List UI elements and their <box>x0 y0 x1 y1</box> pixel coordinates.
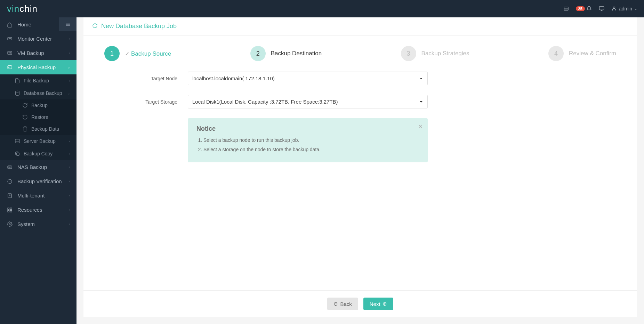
file-icon <box>15 78 20 83</box>
target-storage-label: Target Storage <box>104 99 188 105</box>
chevron-icon: ‹ <box>69 179 70 183</box>
nav-monitor-center[interactable]: Monitor Center ‹ <box>0 32 77 46</box>
svg-point-14 <box>8 67 9 68</box>
step-backup-destination[interactable]: 2 Backup Destination <box>250 46 322 61</box>
physical-backup-submenu: File Backup ‹ Database Backup ⌄ Backup R… <box>0 74 77 160</box>
page-header: New Database Backup Job <box>83 17 637 35</box>
nav-file-backup[interactable]: File Backup ‹ <box>0 74 77 87</box>
notice-title: Notice <box>196 125 419 132</box>
monitor-icon[interactable] <box>599 6 604 11</box>
notice-panel: × Notice Select a backup node to run thi… <box>188 118 428 162</box>
restore-icon <box>22 114 28 120</box>
refresh-icon[interactable] <box>92 23 98 30</box>
app-logo: vinchin <box>7 3 38 14</box>
list-icon[interactable] <box>563 6 569 11</box>
target-storage-row: Target Storage Local Disk1(Local Disk, C… <box>104 95 616 108</box>
nav-vm-backup[interactable]: VM VM Backup ‹ <box>0 46 77 60</box>
svg-rect-18 <box>15 141 19 143</box>
user-menu[interactable]: admin ⌄ <box>611 6 637 11</box>
wizard-steps: 1 ✓Backup Source 2 Backup Destination 3 … <box>83 35 637 72</box>
notice-item: Select a backup node to run this backup … <box>203 137 419 144</box>
nav-multi-tenant[interactable]: Multi-tenant ‹ <box>0 188 77 203</box>
chevron-icon: ‹ <box>69 79 70 83</box>
svg-text:VM: VM <box>9 52 11 54</box>
gear-icon <box>6 221 13 227</box>
notification-icon[interactable]: 25 <box>576 6 592 11</box>
nas-icon: NAS <box>6 164 13 170</box>
svg-rect-17 <box>15 139 19 141</box>
chevron-down-icon: ⌄ <box>67 91 70 95</box>
chevron-icon: ‹ <box>69 37 70 41</box>
home-icon <box>6 22 13 27</box>
nav-system[interactable]: System ‹ <box>0 217 77 231</box>
refresh-icon <box>22 103 28 108</box>
notice-item: Select a storage on the node to store th… <box>203 146 419 153</box>
svg-point-22 <box>8 179 12 184</box>
nav-home[interactable]: Home <box>0 17 77 32</box>
data-icon <box>22 126 28 132</box>
physical-backup-icon <box>6 65 13 70</box>
target-storage-select[interactable]: Local Disk1(Local Disk, Capacity :3.72TB… <box>188 95 428 108</box>
resources-icon <box>6 207 13 213</box>
form-area: Target Node localhost.localdomain( 172.1… <box>83 72 637 290</box>
target-node-select[interactable]: localhost.localdomain( 172.18.1.10) <box>188 72 428 85</box>
svg-rect-3 <box>599 7 604 10</box>
chevron-down-icon: ⌄ <box>67 65 70 69</box>
step-backup-strategies[interactable]: 3 Backup Strategies <box>401 46 469 61</box>
svg-rect-19 <box>16 153 19 155</box>
svg-point-30 <box>9 224 10 225</box>
chevron-icon: ‹ <box>69 152 70 156</box>
svg-rect-29 <box>10 210 12 212</box>
nav-physical-backup[interactable]: Physical Backup ⌄ <box>0 60 77 74</box>
username-label: admin <box>619 6 632 11</box>
svg-text:NAS: NAS <box>8 166 11 168</box>
arrow-right-icon: ⊕ <box>383 301 387 307</box>
step-backup-source[interactable]: 1 ✓Backup Source <box>104 46 171 61</box>
back-button[interactable]: ⊖ Back <box>327 298 358 310</box>
chevron-icon: ‹ <box>69 208 70 212</box>
nav-server-backup[interactable]: Server Backup ‹ <box>0 135 77 147</box>
nav-backup-verification[interactable]: Backup Verification ‹ <box>0 174 77 188</box>
sidebar: Home Monitor Center ‹ VM VM Backup ‹ Phy… <box>0 17 77 324</box>
svg-rect-27 <box>10 208 12 210</box>
main-content: New Database Backup Job 1 ✓Backup Source… <box>83 17 637 317</box>
chevron-down-icon: ⌄ <box>634 7 637 11</box>
svg-point-16 <box>23 127 27 128</box>
nav-resources[interactable]: Resources ‹ <box>0 203 77 217</box>
step-review-confirm[interactable]: 4 Review & Confirm <box>548 46 616 61</box>
svg-rect-28 <box>8 210 9 212</box>
chevron-icon: ‹ <box>69 222 70 226</box>
chevron-icon: ‹ <box>69 51 70 55</box>
notice-list: Select a backup node to run this backup … <box>203 137 419 153</box>
header-actions: 25 admin ⌄ <box>563 6 637 11</box>
server-icon <box>15 138 20 144</box>
svg-point-6 <box>613 7 615 9</box>
tenant-icon <box>6 193 13 199</box>
svg-point-15 <box>16 91 19 92</box>
nav-database-backup[interactable]: Database Backup ⌄ <box>0 87 77 99</box>
wizard-footer: ⊖ Back Next ⊕ <box>83 290 637 317</box>
svg-rect-0 <box>564 7 568 10</box>
database-icon <box>15 90 20 96</box>
arrow-left-icon: ⊖ <box>333 301 338 307</box>
notification-badge: 25 <box>576 6 585 11</box>
check-icon: ✓ <box>125 50 130 57</box>
svg-rect-26 <box>8 208 9 210</box>
page-title: New Database Backup Job <box>101 23 177 30</box>
copy-icon <box>15 151 20 156</box>
nav-backup-copy[interactable]: Backup Copy ‹ <box>0 147 77 160</box>
close-icon[interactable]: × <box>418 122 422 130</box>
verification-icon <box>6 179 13 184</box>
chevron-icon: ‹ <box>69 165 70 169</box>
target-node-label: Target Node <box>104 76 188 81</box>
nav-nas-backup[interactable]: NAS NAS Backup ‹ <box>0 160 77 174</box>
chevron-icon: ‹ <box>69 194 70 197</box>
nav-restore[interactable]: Restore <box>0 111 77 123</box>
chevron-icon: ‹ <box>69 139 70 143</box>
app-header: vinchin 25 admin ⌄ <box>0 0 644 17</box>
monitor-center-icon <box>6 36 13 42</box>
nav-backup-data[interactable]: Backup Data <box>0 123 77 135</box>
nav-backup[interactable]: Backup <box>0 99 77 111</box>
target-node-row: Target Node localhost.localdomain( 172.1… <box>104 72 616 85</box>
next-button[interactable]: Next ⊕ <box>363 298 393 310</box>
